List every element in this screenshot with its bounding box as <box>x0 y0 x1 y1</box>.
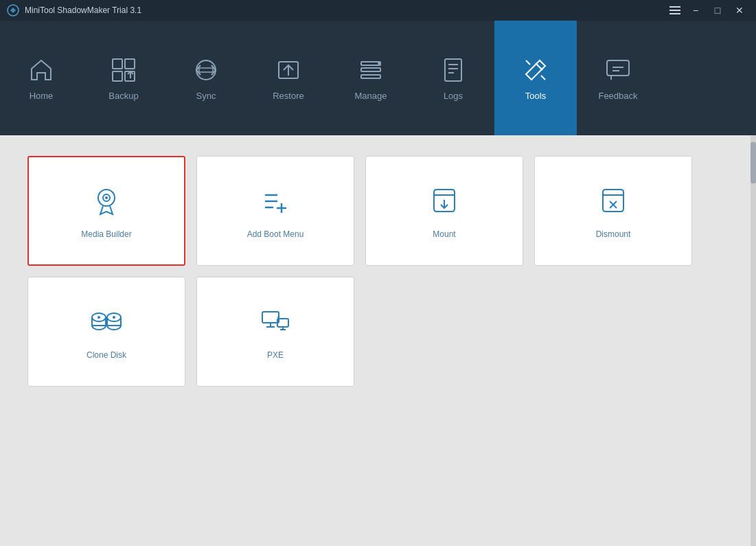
media-builder-icon <box>88 183 125 220</box>
nav-restore[interactable]: Restore <box>247 21 330 135</box>
titlebar: MiniTool ShadowMaker Trial 3.1 − □ ✕ <box>0 0 756 21</box>
dismount-icon <box>595 183 632 220</box>
svg-point-36 <box>98 316 100 319</box>
svg-rect-12 <box>445 59 461 81</box>
tool-clone-disk[interactable]: Clone Disk <box>27 277 185 387</box>
nav-home[interactable]: Home <box>0 21 82 135</box>
mount-icon <box>426 183 463 220</box>
menu-button[interactable] <box>667 3 683 17</box>
dismount-label: Dismount <box>596 229 631 239</box>
svg-rect-3 <box>113 71 122 81</box>
nav-manage[interactable]: Manage <box>330 21 412 135</box>
tools-row-2: Clone Disk PXE <box>27 277 729 387</box>
nav-feedback-label: Feedback <box>598 91 637 101</box>
scrollbar[interactable] <box>751 135 756 546</box>
add-boot-menu-label: Add Boot Menu <box>247 229 304 239</box>
home-icon <box>26 55 56 85</box>
nav-backup[interactable]: Backup <box>82 21 165 135</box>
nav-manage-label: Manage <box>355 91 387 101</box>
nav-feedback[interactable]: Feedback <box>577 21 659 135</box>
logs-icon <box>438 55 468 85</box>
clone-disk-label: Clone Disk <box>87 350 126 360</box>
feedback-icon <box>603 55 633 85</box>
nav-backup-label: Backup <box>108 91 138 101</box>
restore-icon <box>273 55 303 85</box>
svg-rect-5 <box>199 68 213 72</box>
minimize-button[interactable]: − <box>686 3 705 18</box>
nav-home-label: Home <box>30 91 54 101</box>
app-title: MiniTool ShadowMaker Trial 3.1 <box>25 5 141 15</box>
mount-label: Mount <box>433 229 455 239</box>
svg-point-22 <box>105 196 108 199</box>
nav-tools[interactable]: Tools <box>494 21 577 135</box>
svg-line-16 <box>536 63 542 70</box>
pxe-icon <box>257 304 294 341</box>
svg-rect-2 <box>125 59 135 69</box>
tools-icon <box>520 55 551 85</box>
backup-icon <box>108 55 139 85</box>
svg-rect-38 <box>262 312 279 323</box>
app-logo-icon <box>7 4 19 16</box>
tool-pxe[interactable]: PXE <box>196 277 354 387</box>
nav-sync[interactable]: Sync <box>165 21 247 135</box>
scrollbar-thumb[interactable] <box>751 142 756 183</box>
svg-point-37 <box>113 316 115 319</box>
tool-add-boot-menu[interactable]: Add Boot Menu <box>196 156 354 266</box>
media-builder-label: Media Builder <box>81 229 131 239</box>
nav-logs[interactable]: Logs <box>412 21 494 135</box>
manage-icon <box>356 55 386 85</box>
svg-point-11 <box>378 62 380 65</box>
add-boot-menu-icon <box>257 183 294 220</box>
clone-disk-icon <box>88 304 125 341</box>
nav-sync-label: Sync <box>196 91 216 101</box>
navbar: Home Backup Sync Restore <box>0 21 756 135</box>
titlebar-left: MiniTool ShadowMaker Trial 3.1 <box>7 4 141 16</box>
tool-media-builder[interactable]: Media Builder <box>27 156 185 266</box>
tool-dismount[interactable]: Dismount <box>534 156 692 266</box>
svg-rect-1 <box>113 59 122 69</box>
close-button[interactable]: ✕ <box>730 3 749 18</box>
nav-restore-label: Restore <box>273 91 304 101</box>
tools-row-1: Media Builder Add Boot Menu Mount <box>27 156 729 266</box>
titlebar-controls: − □ ✕ <box>667 3 749 18</box>
pxe-label: PXE <box>267 350 284 360</box>
main-content: Media Builder Add Boot Menu Mount <box>0 135 756 546</box>
tool-mount[interactable]: Mount <box>365 156 523 266</box>
nav-logs-label: Logs <box>444 91 463 101</box>
nav-tools-label: Tools <box>525 91 546 101</box>
svg-rect-9 <box>361 68 380 71</box>
maximize-button[interactable]: □ <box>708 3 727 18</box>
svg-rect-8 <box>361 62 380 65</box>
svg-rect-10 <box>361 75 380 78</box>
sync-icon <box>191 55 221 85</box>
